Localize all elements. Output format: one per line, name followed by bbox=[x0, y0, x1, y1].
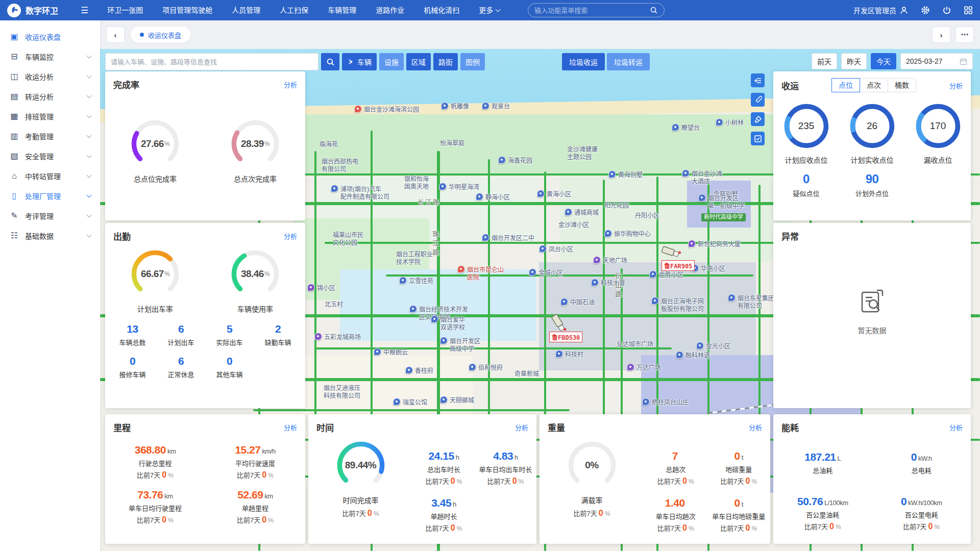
menu-search-input[interactable] bbox=[534, 7, 650, 14]
map-pin-icon bbox=[604, 230, 612, 237]
map-filter-button[interactable]: 车辆 bbox=[352, 53, 377, 70]
stat-value: 4.83 bbox=[493, 450, 513, 462]
map-label-text: 烟台东星集团 有限公司 bbox=[738, 295, 774, 310]
user-menu[interactable]: 开发区管理员 bbox=[853, 5, 909, 15]
stat-label: 总出车时长 bbox=[427, 464, 460, 474]
date-picker[interactable]: 2025-03-27 bbox=[900, 53, 973, 69]
menu-search[interactable] bbox=[528, 3, 665, 17]
gauge-label: 计划出车率 bbox=[137, 304, 173, 314]
nav-item[interactable]: 更多 bbox=[469, 0, 509, 20]
nav-item-label: 机械化清扫 bbox=[424, 0, 459, 20]
analyze-link[interactable]: 分析 bbox=[949, 422, 963, 432]
stat-item: 0 其他车辆 bbox=[205, 355, 254, 379]
map-mode-button[interactable]: 垃圾收运 bbox=[562, 53, 605, 70]
map-label: 华明星海湾 bbox=[439, 184, 479, 191]
chevron-down-icon bbox=[87, 153, 92, 158]
sidebar-item[interactable]: ⊟ 车辆监控 bbox=[0, 46, 100, 66]
logout-power-icon[interactable] bbox=[942, 6, 951, 15]
stat-item: 0 疑似点位 bbox=[773, 172, 839, 198]
analyze-link[interactable]: 分析 bbox=[749, 422, 762, 432]
nav-item[interactable]: 道路作业 bbox=[366, 0, 414, 20]
gauge-label: 满载率 bbox=[581, 495, 603, 505]
analyze-link[interactable]: 分析 bbox=[284, 80, 297, 89]
stat-item: 0kW.h/100km 百公里电耗 比前7天0% bbox=[872, 495, 971, 531]
nav-item-label: 车辆管理 bbox=[328, 0, 356, 20]
stat-value: 7 bbox=[672, 450, 678, 462]
tabs-scroll-left-button[interactable]: ‹ bbox=[106, 27, 125, 43]
nav-item[interactable]: 人工扫保 bbox=[270, 0, 318, 20]
sidebar-item[interactable]: ▣ 收运仪表盘 bbox=[0, 27, 100, 46]
date-quick-button[interactable]: 今天 bbox=[871, 53, 896, 69]
tabs-scroll-right-button[interactable]: › bbox=[932, 27, 950, 43]
sidebar-item[interactable]: ▥ 考勤管理 bbox=[0, 126, 100, 146]
time-completion-gauge: 89.44% bbox=[334, 439, 387, 492]
nav-item[interactable]: 机械化清扫 bbox=[414, 0, 469, 20]
analyze-link[interactable]: 分析 bbox=[515, 422, 528, 432]
map-filter-button[interactable]: 区域 bbox=[406, 53, 431, 70]
vehicle-marker[interactable]: 鲁FAR905 bbox=[662, 247, 695, 271]
map-pin-icon bbox=[314, 333, 322, 340]
map-label-text: 阳光花园 bbox=[604, 202, 629, 210]
analyze-link[interactable]: 分析 bbox=[949, 81, 963, 90]
menu-toggle-icon[interactable]: ☰ bbox=[81, 5, 88, 16]
select-checkbox-tool-button[interactable] bbox=[751, 132, 765, 145]
collection-tab[interactable]: 点位 bbox=[831, 78, 860, 92]
legend-list-tool-button[interactable] bbox=[751, 73, 765, 87]
sidebar-item[interactable]: ▤ 转运分析 bbox=[0, 86, 100, 106]
map-label: 新时代高级中学 bbox=[701, 213, 746, 221]
map-label: 烟台金沙滩海滨公园 bbox=[354, 106, 419, 114]
analyze-link[interactable]: 分析 bbox=[284, 231, 297, 241]
apps-grid-icon[interactable] bbox=[964, 6, 973, 15]
map-mode-button[interactable]: 垃圾转运 bbox=[607, 53, 650, 70]
analyze-link[interactable]: 分析 bbox=[284, 422, 297, 432]
compare-line: 比前7天0% bbox=[657, 523, 694, 533]
collection-tab[interactable]: 桶数 bbox=[888, 78, 916, 92]
sidebar-item[interactable]: ☷ 基础数据 bbox=[0, 226, 100, 245]
search-icon[interactable] bbox=[650, 6, 658, 14]
map-filter-button[interactable]: 图例 bbox=[460, 53, 485, 70]
map-pin-icon bbox=[331, 185, 338, 192]
sidebar-item[interactable]: ▧ 安全管理 bbox=[0, 146, 100, 166]
date-quick-button[interactable]: 昨天 bbox=[841, 53, 867, 69]
clear-brush-tool-button[interactable] bbox=[751, 112, 765, 126]
map-filter-button[interactable]: 设施 bbox=[379, 53, 404, 70]
planned-points-ring: 235 bbox=[782, 102, 831, 151]
panel-title: 重量 bbox=[548, 421, 565, 434]
measure-ruler-tool-button[interactable] bbox=[751, 93, 765, 107]
map-filter-button[interactable]: 路街 bbox=[433, 53, 458, 70]
nav-item[interactable]: 人员管理 bbox=[222, 0, 270, 20]
frequency-completion-gauge: 28.39% bbox=[229, 117, 282, 170]
stat-item: 3.45h 单趟时长 比前7天0% bbox=[413, 497, 475, 533]
tab-collection-dashboard[interactable]: 收运仪表盘 bbox=[131, 27, 190, 43]
map-label: 金光小区 bbox=[696, 343, 730, 350]
vehicle-marker[interactable]: 鲁FBD530 bbox=[549, 318, 582, 342]
map-label-text: 烟台爱华 双语学校 bbox=[440, 316, 465, 332]
map-search-input[interactable] bbox=[105, 53, 318, 70]
nav-item[interactable]: 车辆管理 bbox=[318, 0, 366, 20]
collection-tab[interactable]: 点次 bbox=[860, 78, 888, 92]
map-search-button[interactable] bbox=[321, 53, 339, 70]
map-label: 烟台开发区 高级中学 bbox=[440, 338, 480, 353]
nav-item[interactable]: 环卫一张图 bbox=[97, 0, 153, 20]
sidebar-item[interactable]: ▯ 处理厂管理 bbox=[0, 186, 100, 206]
sidebar-item[interactable]: ⌂ 中转站管理 bbox=[0, 166, 100, 186]
sidebar-item[interactable]: ◫ 收运分析 bbox=[0, 66, 100, 86]
stat-item: 187.21L 总油耗 bbox=[773, 451, 872, 486]
map-pin-icon bbox=[441, 102, 449, 110]
sidebar-item[interactable]: ✎ 考评管理 bbox=[0, 206, 100, 226]
tabs-more-button[interactable]: ⋯ bbox=[955, 27, 974, 43]
settings-gear-icon[interactable] bbox=[921, 6, 930, 15]
stat-item: 13 车辆总数 bbox=[108, 323, 157, 347]
map-pin-icon bbox=[698, 194, 706, 202]
map-pin-icon bbox=[555, 350, 563, 358]
map-canvas[interactable]: 烟台金沙滩海滨公园 帆雕像 观景台 瞭望台 bbox=[100, 49, 980, 551]
nav-item[interactable]: 项目管理驾驶舱 bbox=[153, 0, 222, 20]
compare-line: 比前7天0% bbox=[237, 515, 274, 524]
map-label: 金胜小区 bbox=[649, 271, 683, 279]
sidebar-item[interactable]: ▦ 排班管理 bbox=[0, 106, 100, 126]
stat-label: 单车日均行驶里程 bbox=[129, 503, 182, 513]
stat-unit: kW.h bbox=[918, 455, 932, 462]
map-label-text: 浦项(烟台)汽车 配件制造有限公司 bbox=[340, 186, 389, 201]
date-quick-button[interactable]: 前天 bbox=[812, 53, 837, 69]
map-pin-icon bbox=[651, 297, 659, 305]
